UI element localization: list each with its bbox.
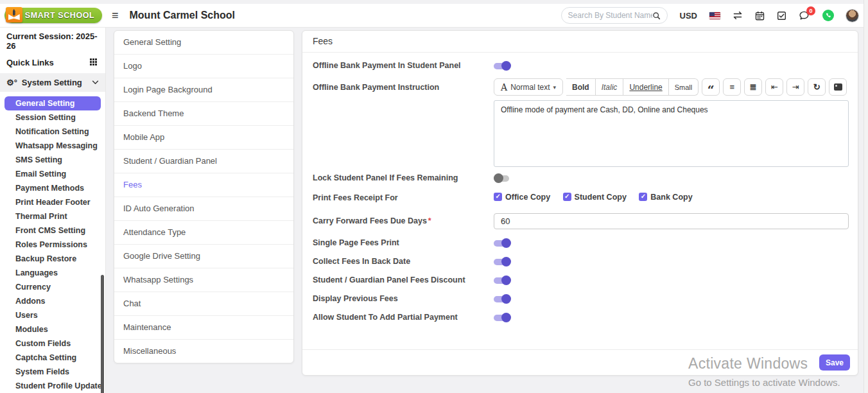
outdent-button[interactable]: ⇤ (765, 78, 783, 96)
session-switch-button[interactable] (733, 11, 743, 20)
settings-tab[interactable]: Student / Guardian Panel (114, 150, 293, 173)
sidebar-menu-item[interactable]: General Setting (4, 96, 101, 110)
fees-toggle[interactable] (494, 294, 511, 304)
sidebar-menu-item[interactable]: Languages (0, 266, 105, 280)
sidebar-menu-item[interactable]: Whatsapp Messaging (0, 139, 105, 153)
activate-windows-watermark: Activate Windows (688, 355, 808, 372)
grid-icon[interactable] (90, 58, 92, 60)
settings-tab[interactable]: Mobile App (114, 126, 293, 150)
fees-toggle[interactable] (494, 238, 511, 248)
sidebar-menu-item[interactable]: Custom Fields (0, 336, 105, 351)
quick-links[interactable]: Quick Links (0, 54, 105, 73)
chat-badge: 0 (806, 6, 815, 15)
format-dropdown[interactable]: A Normal text ▾ (494, 78, 563, 96)
sidebar-menu-item[interactable]: Session Setting (0, 110, 105, 125)
checkbox-icon[interactable] (639, 193, 647, 201)
settings-tab[interactable]: Fees (114, 173, 293, 197)
system-setting-section[interactable]: ⚙° System Setting (0, 73, 105, 92)
sidebar-menu-item[interactable]: Addons (0, 294, 105, 308)
settings-tab[interactable]: Miscellaneous (114, 340, 293, 363)
sidebar-menu-item[interactable]: SMS Setting (0, 153, 105, 167)
carry-forward-days-input[interactable] (494, 213, 849, 229)
fees-toggle-row: Allow Student To Add Partial Payment (313, 313, 849, 322)
settings-tab[interactable]: Maintenance (114, 316, 293, 340)
settings-tab[interactable]: Google Drive Setting (114, 245, 293, 268)
settings-tab[interactable]: ID Auto Generation (114, 197, 293, 221)
sidebar-menu-item[interactable]: Student Profile Update (0, 379, 105, 393)
checkbox-icon[interactable] (563, 193, 571, 201)
search-input[interactable] (568, 11, 652, 20)
quote-button[interactable]: “ (702, 78, 720, 96)
search-icon[interactable] (652, 12, 661, 20)
sidebar-menu: General Setting Session Setting Notifica… (0, 96, 105, 393)
lock-student-panel-toggle[interactable] (494, 173, 511, 183)
ordered-list-button[interactable]: ≣ (744, 78, 762, 96)
receipt-copy-option[interactable]: Bank Copy (639, 193, 692, 202)
gears-icon: ⚙° (6, 78, 17, 87)
sidebar-menu-item[interactable]: Users (0, 308, 105, 322)
user-menu-button[interactable] (846, 10, 858, 22)
print-receipt-row: Print Fees Receipt For Office Copy Stude… (313, 192, 849, 204)
fees-toggle[interactable] (494, 275, 511, 285)
tasks-icon (777, 11, 786, 21)
fees-toggle[interactable] (494, 313, 511, 322)
sidebar-menu-item[interactable]: Notification Setting (0, 125, 105, 139)
format-button[interactable]: Italic (596, 78, 624, 96)
exchange-icon (733, 11, 743, 20)
image-icon (834, 83, 842, 91)
insert-image-button[interactable] (829, 78, 847, 96)
sidebar-menu-item[interactable]: Thermal Print (0, 209, 105, 223)
settings-tab[interactable]: Attendance Type (114, 221, 293, 245)
sidebar-menu-item[interactable]: System Fields (0, 365, 105, 379)
student-search[interactable] (561, 7, 668, 24)
settings-tab[interactable]: Whatsapp Settings (114, 268, 293, 292)
format-button[interactable]: Underline (623, 78, 668, 96)
sidebar-menu-item[interactable]: Modules (0, 322, 105, 336)
unordered-list-button[interactable]: ≡ (723, 78, 741, 96)
settings-tab[interactable]: Login Page Background (114, 78, 293, 102)
sidebar-scrollbar[interactable] (101, 275, 104, 393)
quote-icon: “ (707, 88, 715, 92)
language-flag-button[interactable] (709, 12, 720, 19)
offline-bank-payment-toggle[interactable] (494, 61, 511, 71)
format-button[interactable]: Small (669, 78, 699, 96)
sidebar-menu-item[interactable]: Print Header Footer (0, 195, 105, 209)
chat-button[interactable]: 0 (799, 10, 810, 21)
offline-bank-payment-row: Offline Bank Payment In Student Panel (313, 61, 849, 71)
save-button[interactable]: Save (819, 354, 850, 371)
checkbox-icon[interactable] (494, 193, 502, 201)
sidebar-menu-item[interactable]: Currency (0, 280, 105, 294)
settings-tab[interactable]: Chat (114, 292, 293, 316)
settings-tab[interactable]: Backend Theme (114, 102, 293, 126)
settings-tab[interactable]: Logo (114, 55, 293, 78)
format-button[interactable]: Bold (566, 78, 596, 96)
receipt-copies-group: Office Copy Student Copy Bank Copy (494, 192, 849, 204)
school-name-title: Mount Carmel School (130, 10, 235, 21)
whatsapp-button[interactable] (822, 10, 834, 21)
calendar-icon (755, 11, 765, 21)
lock-student-panel-row: Lock Student Panel If Fees Remaining (313, 173, 849, 183)
receipt-copy-option[interactable]: Student Copy (563, 193, 627, 202)
currency-label[interactable]: USD (680, 11, 697, 21)
app-logo[interactable]: SMART SCHOOL (0, 8, 107, 23)
fees-toggle[interactable] (494, 257, 511, 266)
sidebar-menu-item[interactable]: Roles Permissions (0, 238, 105, 252)
sidebar-menu-item[interactable]: Front CMS Setting (0, 223, 105, 238)
top-header: SMART SCHOOL ≡ Mount Carmel School USD 0 (0, 4, 868, 28)
sidebar-menu-item[interactable]: Email Setting (0, 167, 105, 181)
indent-button[interactable]: ⇥ (786, 78, 804, 96)
sidebar-menu-item[interactable]: Payment Methods (0, 181, 105, 195)
fees-toggle-row: Single Page Fees Print (313, 238, 849, 248)
sidebar-menu-item[interactable]: Backup Restore (0, 252, 105, 266)
tasks-button[interactable] (777, 11, 786, 21)
calendar-button[interactable] (755, 11, 765, 21)
hamburger-icon[interactable]: ≡ (112, 10, 119, 21)
redo-button[interactable]: ↻ (808, 78, 826, 96)
receipt-copy-option[interactable]: Office Copy (494, 193, 550, 202)
page-scrollbar[interactable] (864, 0, 868, 393)
instruction-editor[interactable]: Offline mode of payment are Cash, DD, On… (494, 100, 849, 167)
sidebar-menu-item[interactable]: Captcha Setting (0, 351, 105, 365)
format-button-group: Bold Italic Underline Small (566, 78, 699, 96)
settings-tabs-panel: General Setting Logo Login Page Backgrou… (114, 30, 294, 363)
settings-tab[interactable]: General Setting (114, 31, 293, 55)
